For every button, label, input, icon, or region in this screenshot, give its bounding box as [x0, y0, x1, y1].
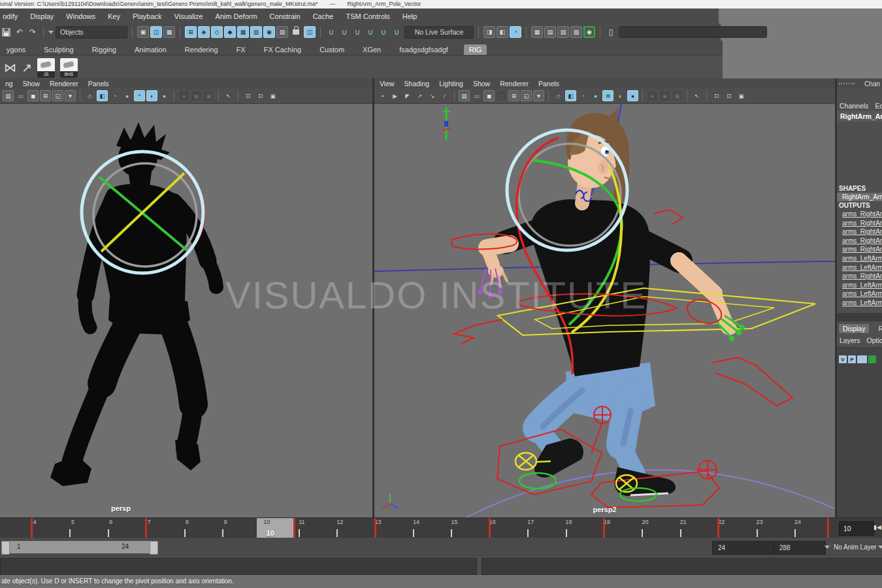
shadows-toggle-icon[interactable]: ◐ — [615, 90, 626, 101]
lighting-toggle-icon[interactable]: ◔ — [578, 90, 589, 101]
search-input[interactable] — [619, 26, 767, 38]
menu-item[interactable]: Cache — [313, 12, 334, 20]
isolate-select-icon[interactable]: ⊡ — [242, 90, 253, 101]
channel-box-header[interactable]: Chan — [837, 78, 882, 89]
menu-item[interactable]: Display — [30, 12, 54, 20]
range-slider[interactable]: 1 24 — [1, 541, 158, 553]
motion-blur-icon[interactable]: ● — [647, 90, 658, 101]
layout-pane-icon[interactable]: ◱ — [52, 90, 63, 101]
menu-item[interactable]: Windows — [66, 12, 95, 20]
textured-mode-icon[interactable]: ◼ — [483, 90, 495, 101]
depth-of-field-icon[interactable]: ◉ — [191, 90, 202, 101]
layer-visibility-toggle[interactable]: V — [839, 355, 847, 363]
range-end-handle[interactable] — [150, 541, 158, 555]
smooth-shade-icon[interactable]: ▭ — [471, 90, 482, 101]
shelf-tab[interactable]: Rendering — [182, 44, 221, 55]
menu-item[interactable]: Key — [108, 12, 120, 20]
select-component-icon[interactable]: ▦ — [163, 26, 175, 38]
snap-point-icon[interactable]: ◇ — [211, 26, 223, 38]
make-live-icon[interactable]: ▥ — [250, 26, 262, 38]
film-gate-icon[interactable]: ▼ — [65, 90, 76, 101]
layer-row[interactable]: V P — [837, 355, 882, 365]
chevron-down-icon[interactable] — [48, 31, 54, 34]
output-node-link[interactable]: arms_RightArm — [837, 237, 882, 246]
image-plane-icon[interactable]: ↗ — [414, 90, 425, 101]
screen-space-ao-icon[interactable]: ● — [627, 90, 638, 101]
selection-mask-dropdown[interactable]: Objects — [56, 26, 127, 39]
left-viewport[interactable]: ngShowRendererPanels ▤▭◼⊞◱▼◇◧◔●*◐●●◉▣↖⊡⊡… — [0, 78, 373, 517]
grid-toggle-icon[interactable]: ◇ — [84, 90, 95, 101]
snap-projected-center-icon[interactable]: ◆ — [224, 26, 236, 38]
select-hierarchy-icon[interactable]: ▣ — [137, 26, 149, 38]
texture-toggle-icon[interactable]: ● — [590, 90, 601, 101]
output-node-link[interactable]: arms_LeftArm — [837, 289, 882, 299]
shelf-tab[interactable]: RIG — [464, 44, 487, 55]
time-slider[interactable]: 45678910101112131415161718192021222324 1… — [0, 517, 882, 538]
pick-wand-icon[interactable]: ↗ — [22, 60, 32, 75]
snap-magnet-icon[interactable]: ◉ — [263, 26, 275, 38]
frame-strip[interactable]: 45678910101112131415161718192021222324 — [0, 518, 835, 538]
shelf-tab[interactable]: Rigging — [90, 44, 119, 55]
output-node-link[interactable]: arms_RightArm — [837, 245, 882, 254]
shelf-tab[interactable]: XGen — [360, 44, 384, 55]
screen-space-ao-icon[interactable]: ● — [159, 90, 170, 101]
shelf-tab[interactable]: FX Caching — [261, 44, 304, 55]
texture-toggle-icon[interactable]: ● — [122, 90, 133, 101]
chevron-down-icon[interactable] — [825, 546, 830, 549]
command-line-result[interactable] — [482, 558, 882, 575]
panel-menu-item[interactable]: Panels — [538, 80, 559, 88]
shelf-tab[interactable]: fsadgsdgfsadgf — [397, 44, 451, 55]
shelf-tab[interactable]: FX — [234, 44, 248, 55]
panel-menu-item[interactable]: Renderer — [50, 80, 78, 88]
layer-editor-menu-item[interactable]: Optio — [867, 336, 882, 344]
horizontal-scrollbar[interactable] — [837, 313, 882, 321]
live-surface-field[interactable]: No Live Surface — [404, 26, 474, 39]
left-viewport-canvas[interactable]: persp — [0, 104, 373, 517]
panel-menu-item[interactable]: View — [380, 80, 395, 88]
panel-menu-item[interactable]: Show — [23, 80, 40, 88]
snap-curve-icon[interactable]: ◈ — [198, 26, 210, 38]
snap-release-icon[interactable]: ▤ — [276, 26, 288, 38]
output-node-link[interactable]: arms_LeftArm — [837, 299, 882, 308]
snap-view-plane-icon[interactable]: ▦ — [237, 26, 249, 38]
layer-editor-tab[interactable]: Re — [874, 324, 882, 333]
grease-pencil-icon[interactable]: ∕ — [439, 90, 450, 101]
joint-x-ray-icon[interactable]: ▣ — [267, 90, 278, 101]
panel-menu-item[interactable]: Panels — [88, 80, 109, 88]
menu-item[interactable]: Constrain — [270, 12, 301, 20]
menu-item[interactable]: odify — [3, 12, 18, 20]
current-frame-indicator[interactable]: 1010 — [257, 518, 295, 538]
layout-pane-icon[interactable]: ◱ — [521, 90, 532, 101]
render-settings-icon[interactable]: ◉ — [583, 26, 595, 38]
redo-icon[interactable]: ↷ — [27, 26, 39, 38]
wireframe-icon[interactable]: ▤ — [3, 90, 14, 101]
lighting-toggle-icon[interactable]: ◔ — [109, 90, 120, 101]
command-line-input[interactable] — [0, 558, 477, 575]
output-node-link[interactable]: arms_RightArm — [837, 210, 882, 219]
wireframe-icon[interactable]: ▤ — [459, 90, 470, 101]
joint-x-ray-icon[interactable]: ▣ — [736, 90, 747, 101]
output-node-link[interactable]: arms_RightArm — [837, 272, 882, 281]
current-frame-field[interactable]: 10 — [839, 521, 874, 536]
smooth-shade-icon[interactable]: ▭ — [15, 90, 26, 101]
menu-item[interactable]: Visualize — [174, 12, 203, 20]
channel-box-menu-item[interactable]: Ed — [875, 102, 882, 110]
panel-menu-item[interactable]: Shading — [404, 80, 430, 88]
render-sequence-icon[interactable]: ▧ — [570, 26, 582, 38]
ik-handle-tool-icon[interactable]: ⋈ — [4, 60, 16, 75]
panel-menu-item[interactable]: Renderer — [500, 80, 529, 88]
output-node-link[interactable]: arms_LeftArm — [837, 263, 882, 272]
step-back-icon[interactable]: ▮◀ — [874, 524, 881, 531]
shaded-display-icon[interactable]: ◧ — [565, 90, 576, 101]
ipr-render-icon[interactable]: ▤ — [557, 26, 569, 38]
lock-icon[interactable] — [293, 29, 299, 35]
output-node-link[interactable]: arms_RightArm — [837, 227, 882, 237]
menu-item[interactable]: Playback — [133, 12, 162, 20]
constraint-5-icon[interactable]: ∪ — [378, 26, 389, 38]
shape-node-item[interactable]: RightArm_Arm — [837, 193, 882, 201]
camera-select-icon[interactable]: ▪ — [377, 90, 388, 101]
x-ray-icon[interactable]: ⊡ — [723, 90, 734, 101]
use-all-lights-icon[interactable]: ⊛ — [602, 90, 613, 101]
film-gate-icon[interactable]: ▼ — [533, 90, 544, 101]
shelf-tab[interactable]: Custom — [317, 44, 347, 55]
